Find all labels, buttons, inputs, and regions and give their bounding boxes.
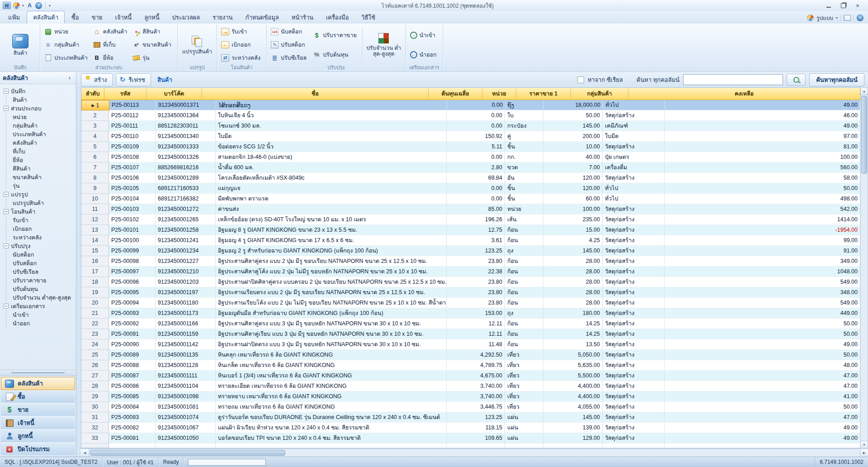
help-icon[interactable]: ?: [857, 14, 863, 21]
manual-book-icon[interactable]: [844, 15, 851, 21]
table-row[interactable]: 29P25-000859123450001098ทรายหยาบ เหมาเที…: [81, 391, 860, 402]
menu-tab-1[interactable]: คลังสินค้า: [27, 11, 65, 24]
product-button[interactable]: สินค้า: [3, 25, 38, 64]
table-row[interactable]: 15P25-000999123450001234อิฐมอญ 2 รู สำหร…: [81, 246, 860, 256]
receive-in-button[interactable]: รับเข้า: [219, 27, 264, 37]
nav-item-3[interactable]: เจ้าหนี้: [1, 416, 75, 429]
tree-expander-icon[interactable]: [4, 209, 9, 214]
table-row[interactable]: 7P25-001078852669816216น้ำดื่ม 600 มล.2.…: [81, 162, 860, 173]
tree-node-3[interactable]: โอนสินค้า: [4, 207, 75, 216]
table-row[interactable]: 14P25-001009123450001241อิฐมอญ 4 รู GIAN…: [81, 235, 860, 246]
table-row[interactable]: 11P25-001039123450001272ค่าขนส่ง85.00หน่…: [81, 204, 860, 214]
tree-leaf-4-5[interactable]: ปรับจำนวน ต่ำสุด-สูงสุด: [13, 293, 75, 302]
tree-leaf-4-0[interactable]: นับสต็อก: [13, 250, 75, 259]
product-color-button[interactable]: สีสินค้า: [131, 27, 175, 37]
menu-tab-9[interactable]: หน้าร้าน: [286, 11, 319, 24]
search-input[interactable]: [683, 74, 783, 85]
column-header-price[interactable]: ราคาขาย 1: [516, 88, 571, 100]
table-row[interactable]: 21P25-000939123450001173อิฐมอญตันมือ สำห…: [81, 308, 860, 319]
tree-expander-icon[interactable]: [4, 304, 9, 309]
adjust-serial-button[interactable]: ปรับซีเรียล: [269, 53, 310, 63]
menu-tab-7[interactable]: รายงาน: [207, 11, 238, 24]
tree-node-1[interactable]: ส่วนประกอบ: [4, 104, 75, 113]
tree-leaf-3-0[interactable]: รับเข้า: [13, 216, 75, 224]
app-logo-icon[interactable]: W: [3, 2, 11, 9]
tree-leaf-1-0[interactable]: หน่วย: [13, 113, 75, 121]
column-header-barcode[interactable]: บาร์โค้ด: [146, 88, 202, 100]
search-all-columns-button[interactable]: ค้นหาทุกคอลัมน์: [809, 73, 864, 86]
scroll-right-icon[interactable]: ▶: [860, 449, 868, 457]
table-row[interactable]: 22P25-000929123450001166อิฐประสานศิลาคู่…: [81, 319, 860, 329]
scroll-down-icon[interactable]: ▼: [861, 441, 868, 448]
table-row[interactable]: 25P25-000899123450001135หินคลุก เหมาเที่…: [81, 350, 860, 360]
font-settings-icon[interactable]: A: [26, 2, 33, 9]
tree-leaf-3-2[interactable]: ระหว่างคลัง: [13, 233, 75, 242]
scroll-up-icon[interactable]: ▲: [861, 88, 868, 95]
column-header-unit[interactable]: หน่วย: [482, 88, 516, 100]
tree-expander-icon[interactable]: [4, 192, 9, 197]
warehouse-button[interactable]: คลังสินค้า: [91, 27, 131, 37]
vertical-scroll-thumb[interactable]: [861, 96, 867, 174]
sidebar-splitter-handle[interactable]: [0, 370, 76, 376]
table-row[interactable]: 23P25-000919123450001159อิฐประสานศิลาคู่…: [81, 329, 860, 339]
tree-node-4[interactable]: ปรับปรุง: [4, 242, 75, 250]
tree-leaf-4-3[interactable]: ปรับราคาขาย: [13, 276, 75, 285]
product-type-button[interactable]: ประเภทสินค้า: [42, 53, 91, 63]
tree-leaf-1-1[interactable]: กลุ่มสินค้า: [13, 121, 75, 130]
view-tab-product[interactable]: สินค้า: [157, 75, 172, 85]
menu-tab-3[interactable]: ขาย: [86, 11, 108, 24]
table-row[interactable]: 16P25-000989123450001227อิฐประสานศิลาคู่…: [81, 256, 860, 267]
column-header-code[interactable]: รหัส: [104, 88, 146, 100]
tree-node-0[interactable]: บันทึก: [4, 87, 75, 95]
table-row[interactable]: ▶1P25-001139123450001371ໄສ້ກອກສີແດງ0.00ຖ…: [81, 100, 860, 110]
scroll-left-icon[interactable]: ◀: [81, 449, 89, 457]
table-row[interactable]: 19P25-000959123450001197อิฐประสานเรียบตร…: [81, 287, 860, 298]
tree-leaf-1-4[interactable]: ที่เก็บ: [13, 147, 75, 156]
issue-out-button[interactable]: เบิกออก: [219, 40, 264, 50]
table-row[interactable]: 18P25-000969123450001203อิฐประสานฝาปิดศิ…: [81, 277, 860, 287]
product-size-button[interactable]: ขนาดสินค้า: [131, 40, 175, 50]
restore-button[interactable]: [839, 2, 847, 9]
tree-leaf-1-8[interactable]: รุ่น: [13, 181, 75, 190]
table-row[interactable]: 4P25-001109123450001340ใบมีด150.92คู่200…: [81, 131, 860, 142]
help-icon[interactable]: ?: [35, 2, 42, 9]
vertical-scrollbar[interactable]: ▲ ▼: [860, 87, 868, 448]
serial-search-checkbox[interactable]: [577, 76, 584, 83]
table-row[interactable]: 30P25-000849123450001081ทรายถม เหมาเที่ย…: [81, 402, 860, 412]
tree-leaf-0-0[interactable]: สินค้า: [13, 95, 75, 104]
table-row[interactable]: 8P25-001069123450001289โครงเลื่อยตัดเหล็…: [81, 173, 860, 183]
style-dropdown-icon[interactable]: ▾: [836, 16, 838, 20]
table-row[interactable]: 33P25-000819123450001050บอร์ดขอบเรียบ TP…: [81, 433, 860, 443]
style-button[interactable]: รูปแบบ: [816, 14, 833, 22]
column-header-no[interactable]: ลำดับ: [81, 88, 104, 100]
table-row[interactable]: 13P25-001019123450001258อิฐมอญ 8 รู GIAN…: [81, 225, 860, 235]
adjust-cost-button[interactable]: ปรับต้นทุน: [311, 50, 360, 60]
table-row[interactable]: 28P25-000869123450001104ทรายละเอียด เหมา…: [81, 381, 860, 391]
search-button[interactable]: [787, 74, 806, 86]
nav-item-1[interactable]: ซื้อ: [1, 390, 75, 403]
tree-leaf-1-3[interactable]: คลังสินค้า: [13, 138, 75, 147]
table-row[interactable]: 6P25-001089123450001326สามดอกจิก 18-46-0…: [81, 152, 860, 162]
between-warehouse-button[interactable]: ระหว่างคลัง: [219, 53, 264, 63]
table-row[interactable]: 2P25-001129123450001364ใบหินเจีย 4 นิ้ว0…: [81, 110, 860, 121]
menu-tab-10[interactable]: เครื่องมือ: [320, 11, 355, 24]
menu-tab-4[interactable]: เจ้าหนี้: [109, 11, 137, 24]
nav-item-4[interactable]: ลูกหนี้: [1, 429, 75, 443]
tree-leaf-1-5[interactable]: ยี่ห้อ: [13, 156, 75, 164]
menu-tab-6[interactable]: ประมวลผล: [166, 11, 206, 24]
table-row[interactable]: 3P25-001118851282303011โซแนกซ์ 300 มล.0.…: [81, 121, 860, 131]
tree-leaf-4-1[interactable]: ปรับสต็อก: [13, 259, 75, 267]
menu-tab-5[interactable]: ลูกหนี้: [138, 11, 165, 24]
nav-item-5[interactable]: ×ปิดโปรแกรม: [1, 443, 75, 456]
nav-item-2[interactable]: $ขาย: [1, 403, 75, 416]
tree-leaf-4-2[interactable]: ปรับซีเรียล: [13, 267, 75, 276]
column-header-qty[interactable]: คงเหลือ: [628, 88, 860, 100]
table-row[interactable]: 12P25-001029123450001265เหล็กข้ออ้อย (ตร…: [81, 214, 860, 225]
export-button[interactable]: นำออก: [408, 50, 440, 60]
adjust-minmax-button[interactable]: ปรับจำนวน ต่ำสุด-สูงสุด: [364, 25, 403, 64]
adjust-stock-button[interactable]: ปรับสต็อก: [269, 40, 310, 50]
menu-tab-11[interactable]: วิธีใช้: [356, 11, 381, 24]
tree-leaf-5-0[interactable]: นำเข้า: [13, 310, 75, 319]
tree-leaf-1-2[interactable]: ประเภทสินค้า: [13, 130, 75, 138]
table-row[interactable]: 9P25-001056891217160533แม่กุญแจ0.00ชิ้น1…: [81, 183, 860, 194]
